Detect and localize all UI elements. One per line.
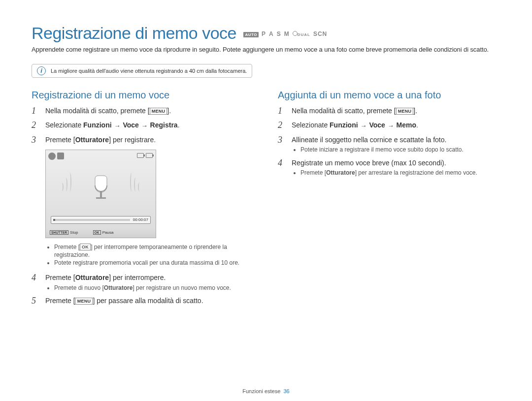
left-step-5: 5 Premete [MENU] per passare alla modali… [32, 296, 254, 307]
right-step3-bullet: Potete iniziare a registrare il memo voc… [300, 146, 500, 154]
step-number: 3 [278, 135, 286, 154]
right-column: Aggiunta di un memo voce a una foto 1 Ne… [278, 90, 500, 310]
right-section-title: Aggiunta di un memo voce a una foto [278, 90, 500, 101]
intro-text: Apprendete come registrare un memo voce … [32, 46, 500, 54]
arrow-icon: → [388, 122, 394, 129]
footer-section: Funzioni estese [242, 388, 280, 394]
header: Registrazione di memo voce AUTO P A S M … [32, 24, 500, 43]
ok-label: OK [93, 230, 101, 235]
mic-mode-icon [48, 153, 56, 160]
arrow-icon: → [361, 122, 367, 129]
battery-icon [137, 153, 144, 158]
step-number: 4 [32, 273, 39, 291]
note-text: La migliore qualità dell'audio viene ott… [51, 68, 247, 74]
step-number: 4 [278, 158, 286, 177]
lcd-pause-hint: OK Pausa [93, 230, 114, 235]
right-step-2: 2 Selezionate Funzioni → Voce → Memo. [278, 120, 500, 131]
shutter-label: SHUTTER [50, 230, 68, 235]
mode-scn-icon: SCN [313, 31, 327, 37]
mode-m-icon: M [284, 31, 290, 37]
arrow-icon: → [141, 122, 148, 129]
microphone-icon [91, 174, 111, 205]
left-step-3: 3 Premete [Otturatore] per registrare. [32, 135, 254, 146]
left-column: Registrazione di un memo voce 1 Nella mo… [32, 90, 254, 310]
mode-auto-icon: AUTO [243, 32, 259, 37]
menu-button-label: MENU [396, 108, 414, 115]
battery-icon [146, 153, 153, 158]
step-number: 5 [32, 296, 39, 307]
page-number: 36 [283, 388, 289, 394]
step-number: 2 [278, 120, 286, 131]
step-number: 2 [32, 120, 39, 131]
lcd-stop-hint: SHUTTER Stop [50, 230, 78, 235]
info-icon: i [37, 66, 46, 75]
svg-rect-1 [96, 197, 106, 199]
mode-dual-icon: DUAL [293, 31, 310, 37]
right-step-1: 1 Nella modalità di scatto, premete [MEN… [278, 106, 500, 117]
elapsed-time: 00:00:07 [133, 217, 148, 222]
svg-rect-0 [100, 191, 102, 197]
left-step4-bullet: Premete di nuovo [Otturatore] per regist… [54, 284, 254, 292]
mode-a-icon: A [269, 31, 274, 37]
left-step3-bullet1: Premete [OK] per interrompere temporanea… [54, 243, 254, 259]
mode-p-icon: P [262, 31, 266, 37]
mode-s-icon: S [277, 31, 281, 37]
right-step4-bullet: Premete [Otturatore] per arrestare la re… [300, 169, 500, 177]
arrow-icon: → [114, 122, 121, 129]
left-step-4: 4 Premete [Otturatore] per interrompere.… [32, 273, 254, 291]
right-step-3: 3 Allineate il soggetto nella cornice e … [278, 135, 500, 154]
step-number: 1 [278, 106, 286, 117]
card-icon [57, 153, 64, 159]
footer: Funzioni estese 36 [0, 388, 532, 394]
left-section-title: Registrazione di un memo voce [32, 90, 254, 101]
soundwave-left-icon [60, 173, 71, 193]
right-step-4: 4 Registrate un memo voce breve (max 10 … [278, 158, 500, 177]
menu-button-label: MENU [75, 298, 93, 305]
soundwave-right-icon [130, 173, 142, 193]
menu-button-label: MENU [150, 108, 167, 115]
mode-icons: AUTO P A S M DUAL SCN [243, 31, 327, 37]
note-box: i La migliore qualità dell'audio viene o… [32, 64, 252, 78]
left-step-1: 1 Nella modalità di scatto, premete [MEN… [32, 106, 254, 117]
page-title: Registrazione di memo voce [32, 24, 236, 43]
step-number: 1 [32, 106, 39, 117]
left-step3-bullet2: Potete registrare promemoria vocali per … [54, 259, 254, 267]
left-step-2: 2 Selezionate Funzioni → Voce → Registra… [32, 120, 254, 131]
step-number: 3 [32, 135, 39, 146]
progress-bar: 00:00:07 [51, 216, 151, 224]
ok-button-label: OK [80, 244, 91, 251]
lcd-screen-illustration: 00:00:07 SHUTTER Stop OK Pausa [45, 150, 156, 238]
